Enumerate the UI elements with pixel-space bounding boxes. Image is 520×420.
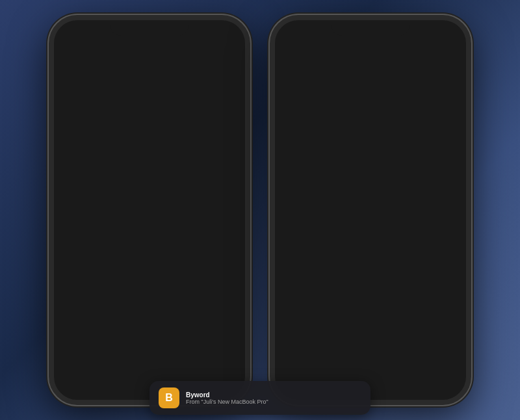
menu-item-r-brightness[interactable]: ☀ Brightness & Text Size › (270, 123, 401, 146)
safari-right-body2: Apple today sub planned Federati Melbour… (395, 103, 467, 122)
watch-app-title-right: Watch (291, 46, 310, 53)
menu-item-r-contacts[interactable]: 👤 Contacts › (270, 328, 401, 351)
phone-screen-right: Following the re version and disc silico… (270, 15, 471, 405)
tab-my-watch-left[interactable]: ⌚ My Watch (49, 368, 116, 405)
tab-app-store-right[interactable]: ⬆ App Store (370, 368, 421, 405)
menu-label-r-calendar: Calendar (296, 289, 385, 298)
chevron-breathe: › (190, 268, 192, 275)
menu-item-r-sounds[interactable]: 🔔 Sounds & Haptics › (270, 146, 401, 168)
menu-label-r-privacy: Privacy (296, 220, 385, 230)
watch-menu-left: ⚙ General › 📶 Cellular › ☀ Brightness & … (49, 77, 200, 366)
menu-item-r-cellular[interactable]: 📶 Cellular › (270, 100, 401, 123)
menu-label-r-health: Health (296, 358, 385, 366)
menu-label-r-sounds: Sounds & Haptics (296, 152, 385, 161)
chevron-sos: › (190, 199, 192, 206)
menu-item-health[interactable]: ❤ Health › (49, 351, 200, 366)
menu-icon-r-sos: SOS (276, 195, 291, 209)
safari-right-content: Following the re version and disc silico… (391, 40, 471, 125)
menu-icon-r-health: ❤ (276, 355, 291, 366)
safari-right-comments: 119 comments (395, 72, 467, 81)
status-left-right: 📷 (283, 29, 322, 36)
menu-icon-r-brightness: ☀ (276, 127, 291, 141)
chevron-r-brightness: › (391, 131, 393, 138)
menu-item-activity[interactable]: ◎ Activity › (49, 237, 200, 260)
notification-app-icon: B (159, 387, 179, 408)
menu-label-clock: Clock (75, 312, 185, 321)
chevron-sounds: › (190, 153, 192, 161)
menu-item-r-passcode[interactable]: 🔒 Passcode › (270, 168, 401, 191)
menu-item-r-clock[interactable]: ⏰ Clock › (270, 306, 401, 328)
menu-icon-activity: ◎ (55, 241, 70, 256)
chevron-general: › (190, 85, 192, 92)
menu-icon-general: ⚙ (55, 81, 70, 96)
phone-screen-left: iFixit Tests Sili MacBook Pro K Jul 19, … (49, 15, 250, 405)
status-bar-right: 📷 ▶ (270, 15, 471, 38)
menu-item-contacts[interactable]: 👤 Contacts › (49, 328, 200, 351)
my-watch-title-right: My Watch (319, 64, 356, 73)
back-arrow-left[interactable]: ‹ (54, 63, 57, 75)
menu-label-health: Health (75, 358, 185, 366)
menu-icon-r-calendar: 📅 (276, 287, 291, 301)
tab-icon-app-store-right: ⬆ (389, 376, 402, 389)
chevron-passcode: › (190, 176, 192, 183)
menu-item-r-privacy[interactable]: 🤲 Privacy › (270, 214, 401, 237)
chevron-calendar: › (190, 291, 192, 298)
menu-icon-breathe: ● (55, 264, 70, 278)
menu-label-r-brightness: Brightness & Text Size (296, 129, 385, 138)
chevron-contacts: › (190, 336, 192, 343)
menu-item-r-breathe[interactable]: ● Breathe › (270, 260, 401, 283)
menu-item-sos[interactable]: SOS Emergency SOS › (49, 191, 200, 214)
menu-item-privacy[interactable]: 🤲 Privacy › (49, 214, 200, 237)
menu-item-cellular[interactable]: 📶 Cellular › (49, 100, 200, 123)
my-watch-title-left: My Watch (108, 64, 144, 73)
chevron-clock: › (190, 313, 192, 321)
menu-item-r-health[interactable]: ❤ Health › (270, 351, 401, 366)
watch-nav-left: ‹ My Watch (49, 60, 200, 77)
menu-item-breathe[interactable]: ● Breathe › (49, 260, 200, 283)
menu-icon-r-general: ⚙ (276, 81, 291, 96)
watch-menu-right: ⚙ General › 📶 Cellular › ☀ Brightness & … (270, 77, 401, 366)
menu-icon-passcode: 🔒 (55, 172, 70, 187)
menu-item-general[interactable]: ⚙ General › (49, 77, 200, 100)
menu-label-r-cellular: Cellular (296, 107, 385, 116)
status-right-right: ▶ (419, 29, 458, 36)
safari-right-date: Jul 19, 2018 10:3 (395, 95, 467, 101)
watch-app-card-right: ⌚ Watch ⊕ ‹ My Watch ⚙ General › (270, 40, 401, 366)
menu-item-r-sos[interactable]: SOS Emergency SOS › (270, 191, 401, 214)
menu-icon-calendar: 📅 (55, 287, 70, 301)
menu-label-r-sos: Emergency SOS (296, 198, 385, 207)
watch-app-header-right: ⌚ Watch ⊕ (270, 40, 401, 60)
menu-icon-r-cellular: 📶 (276, 104, 291, 118)
menu-item-sounds[interactable]: 🔔 Sounds & Haptics › (49, 146, 200, 168)
menu-label-activity: Activity (75, 244, 185, 253)
chevron-r-activity: › (391, 245, 393, 252)
watch-app-header-left: ⌚ Watch ⊕ (49, 40, 200, 60)
menu-item-r-activity[interactable]: ◎ Activity › (270, 237, 401, 260)
menu-icon-r-privacy: 🤲 (276, 218, 291, 232)
menu-label-calendar: Calendar (75, 289, 185, 298)
menu-item-brightness[interactable]: ☀ Brightness & Text Size › (49, 123, 200, 146)
menu-item-clock[interactable]: ⏰ Clock › (49, 306, 200, 328)
menu-label-r-activity: Activity (296, 244, 385, 253)
menu-item-passcode[interactable]: 🔒 Passcode › (49, 168, 200, 191)
safari-right-body-intro: Following the re version and disc silico… (395, 44, 467, 69)
tab-icon-search-right: 🔍 (439, 376, 452, 389)
menu-icon-r-breathe: ● (276, 264, 291, 278)
notification-banner[interactable]: B Byword From "Juli's New MacBook Pro" (150, 381, 370, 415)
menu-label-passcode: Passcode (75, 175, 185, 184)
tab-search-right[interactable]: 🔍 Search (421, 368, 472, 405)
menu-label-r-clock: Clock (296, 312, 385, 321)
menu-icon-r-sounds: 🔔 (276, 150, 291, 164)
watch-safari-icon-right: ⊕ (383, 44, 395, 56)
menu-item-calendar[interactable]: 📅 Calendar › (49, 283, 200, 306)
watch-app-icon-right: ⌚ (276, 45, 287, 55)
chevron-brightness: › (190, 131, 192, 138)
menu-icon-privacy: 🤲 (55, 218, 70, 232)
menu-item-r-calendar[interactable]: 📅 Calendar › (270, 283, 401, 306)
back-arrow-right[interactable]: ‹ (275, 63, 278, 75)
menu-item-r-general[interactable]: ⚙ General › (270, 77, 401, 100)
notification-text: Byword From "Juli's New MacBook Pro" (186, 391, 361, 405)
tab-label-my-watch-left: My Watch (71, 391, 94, 397)
chevron-r-privacy: › (391, 222, 393, 229)
status-bar-left: 📷 ▶ (49, 15, 250, 38)
